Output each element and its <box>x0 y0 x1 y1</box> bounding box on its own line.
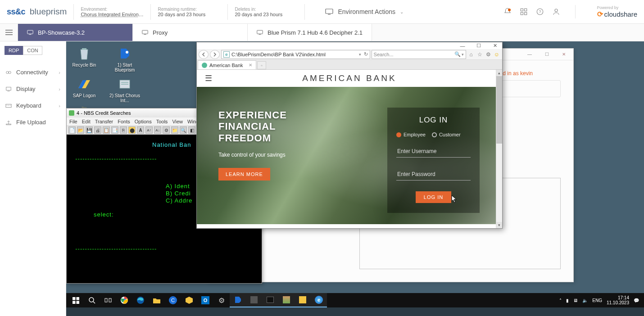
bank-menu-button[interactable]: ☰ <box>205 73 212 83</box>
apps-button[interactable] <box>520 8 528 16</box>
tab-bp-showcase[interactable]: BP-Showcase-3.2 <box>18 24 133 41</box>
toolbar-button[interactable]: 💾 <box>86 126 93 134</box>
password-input[interactable] <box>396 168 471 181</box>
forward-button[interactable] <box>210 50 220 59</box>
desktop-icon-sap-logon[interactable]: SAP Logon <box>68 77 100 103</box>
toolbar-button[interactable]: ⚙ <box>163 126 170 134</box>
remote-desktop[interactable]: Recycle Bin 1) Start Blueprism SAP Logon… <box>66 41 644 316</box>
toolbar-button[interactable]: A↓ <box>154 126 161 134</box>
close-button[interactable]: ✕ <box>490 43 500 49</box>
address-bar[interactable]: e C:\BluePrismDemo\BP Bank V2\index.html… <box>221 50 370 59</box>
search-icon[interactable]: 🔍 <box>454 51 461 57</box>
tab-proxy[interactable]: Proxy <box>133 24 248 41</box>
minimize-button[interactable]: — <box>523 50 536 59</box>
toolbar-button[interactable]: 📋 <box>103 126 110 134</box>
env-value[interactable]: Chorus Integrated Environme... <box>81 12 144 17</box>
ie-search-box[interactable]: Search... 🔍 ▾ <box>372 50 466 59</box>
taskbar-explorer[interactable] <box>149 293 165 307</box>
tray-notifications-icon[interactable]: 💬 <box>634 298 639 303</box>
toolbar-button[interactable]: 🔍 <box>180 126 187 134</box>
minimize-button[interactable]: — <box>457 43 468 49</box>
username-input[interactable] <box>396 145 471 158</box>
sidebar-item-file-upload[interactable]: File Upload <box>0 114 66 131</box>
desktop-icon-start-chorus[interactable]: 2) Start Chorus Int... <box>109 77 141 103</box>
desktop-icon-start-blueprism[interactable]: 1) Start Blueprism <box>109 46 141 72</box>
taskbar-app2[interactable] <box>181 293 197 307</box>
start-button[interactable] <box>68 293 84 307</box>
address-dropdown-icon[interactable]: ▾ <box>359 52 361 57</box>
taskbar-settings[interactable]: ⚙ <box>213 293 230 307</box>
taskbar-blueprism[interactable] <box>230 293 246 307</box>
search-dropdown-icon[interactable]: ▾ <box>462 52 464 57</box>
tab-hub-decipher[interactable]: Blue Prism 7.1 Hub 4.6 Decipher 2.1 <box>248 24 372 41</box>
desktop-icon-recycle-bin[interactable]: Recycle Bin <box>68 46 100 72</box>
close-button[interactable]: ✕ <box>557 50 571 59</box>
toolbar-button[interactable]: ⬤ <box>128 126 136 134</box>
tray-language[interactable]: ENG <box>592 298 602 303</box>
environment-block[interactable]: Environment: Chorus Integrated Environme… <box>81 7 144 17</box>
maximize-button[interactable]: ☐ <box>540 50 553 59</box>
taskbar-app1[interactable]: C <box>165 293 181 307</box>
user-button[interactable] <box>552 8 560 16</box>
task-view-button[interactable] <box>100 293 116 307</box>
taskbar-app-running3[interactable] <box>295 293 311 307</box>
tray-monitor-icon[interactable]: 🖥 <box>573 298 578 303</box>
toolbar-button[interactable]: A <box>137 126 144 134</box>
scrollbar-thumb[interactable] <box>496 76 502 144</box>
scroll-down-button[interactable]: ▾ <box>496 222 502 228</box>
sidebar-item-keyboard[interactable]: Keyboard › <box>0 97 66 114</box>
taskbar-app-running1[interactable] <box>246 293 262 307</box>
tray-network-icon[interactable]: ▮ <box>566 298 569 303</box>
refresh-button[interactable]: ↻ <box>364 51 368 57</box>
settings-button[interactable]: ⚙ <box>485 51 492 58</box>
environment-actions-dropdown[interactable]: Environment Actions ⌄ <box>325 8 404 15</box>
favorites-button[interactable]: ☆ <box>476 51 483 58</box>
toolbar-button[interactable]: A↑ <box>145 126 153 134</box>
toolbar-button[interactable]: 📑 <box>111 126 118 134</box>
con-button[interactable]: CON <box>23 46 42 55</box>
vertical-scrollbar[interactable]: ▴ ▾ <box>496 70 502 228</box>
toolbar-button[interactable]: ◧ <box>188 126 195 134</box>
feedback-button[interactable]: ☺ <box>493 51 500 58</box>
help-button[interactable]: ? <box>536 8 544 16</box>
toolbar-button[interactable]: 📂 <box>77 126 84 134</box>
rdp-button[interactable]: RDP <box>5 46 23 55</box>
system-tray[interactable]: ˄ ▮ 🖥 🔈 ENG 17:14 11.10.2023 💬 <box>559 295 643 305</box>
menu-tools[interactable]: Tools <box>156 119 168 124</box>
menu-transfer[interactable]: Transfer <box>95 119 113 124</box>
home-button[interactable]: ⌂ <box>467 51 475 58</box>
toolbar-button[interactable]: 📁 <box>171 126 178 134</box>
taskbar-chrome[interactable] <box>116 293 132 307</box>
taskbar-app-running2[interactable] <box>278 293 295 307</box>
maximize-button[interactable]: ☐ <box>473 43 484 49</box>
radio-customer[interactable]: Customer <box>432 132 461 137</box>
taskbar-ie[interactable]: e <box>311 293 327 307</box>
menu-edit[interactable]: Edit <box>82 119 91 124</box>
radio-employee[interactable]: Employee <box>396 132 426 137</box>
taskbar-outlook[interactable]: O <box>197 293 213 307</box>
toolbar-button[interactable]: ⎘ <box>120 126 127 134</box>
cloudshare-logo[interactable]: ⟳cloudshare <box>597 10 637 18</box>
windows-taskbar[interactable]: C O ⚙ e ˄ ▮ 🖥 🔈 ENG 17:14 11.10.2023 � <box>66 293 644 307</box>
taskbar-terminal[interactable] <box>262 293 278 307</box>
tab-close-button[interactable]: ✕ <box>249 63 252 68</box>
menu-file[interactable]: File <box>69 119 77 124</box>
menu-toggle-button[interactable] <box>0 24 18 41</box>
menu-view[interactable]: View <box>172 119 183 124</box>
toolbar-button[interactable]: 🖨 <box>94 126 101 134</box>
notifications-button[interactable] <box>503 8 512 16</box>
taskbar-edge[interactable] <box>132 293 149 307</box>
login-button[interactable]: LOG IN <box>416 191 451 203</box>
tray-volume-icon[interactable]: 🔈 <box>582 298 588 303</box>
ie-tab-american-bank[interactable]: American Bank ✕ <box>198 60 256 69</box>
scroll-up-button[interactable]: ▴ <box>496 70 502 76</box>
tray-chevron-up-icon[interactable]: ˄ <box>559 298 562 303</box>
sidebar-item-display[interactable]: Display › <box>0 81 66 97</box>
search-button[interactable] <box>84 293 100 307</box>
menu-options[interactable]: Options <box>135 119 152 124</box>
toolbar-button[interactable]: 📄 <box>68 126 76 134</box>
learn-more-button[interactable]: LEARN MORE <box>218 168 270 181</box>
back-button[interactable] <box>199 50 209 59</box>
new-tab-button[interactable]: ▫ <box>257 61 266 69</box>
tray-clock[interactable]: 17:14 11.10.2023 <box>607 295 629 305</box>
